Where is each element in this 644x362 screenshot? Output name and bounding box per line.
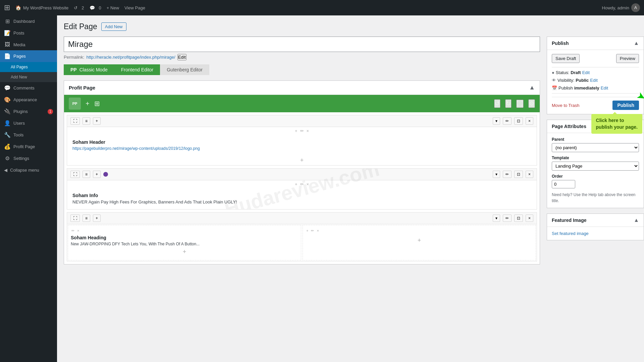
tooltip-arrow: [611, 112, 619, 116]
publish-metabox: Publish ▲ Save Draft Preview ● Statu: [547, 37, 644, 114]
sidebar-item-media[interactable]: 🖼 Media: [0, 39, 57, 50]
sidebar-item-plugins[interactable]: 🔌 Plugins 1: [0, 106, 57, 117]
edit-icon-1[interactable]: ✏: [300, 128, 304, 133]
add-new-button[interactable]: Add New: [101, 22, 126, 31]
featured-image-toggle[interactable]: ▲: [634, 217, 639, 223]
section-bottom-add-1[interactable]: +: [67, 156, 537, 165]
section-close-button-1[interactable]: ×: [526, 117, 533, 125]
section-menu-button-2[interactable]: ≡: [83, 171, 90, 178]
section-expand-button-3[interactable]: ⛶: [70, 215, 80, 222]
classic-mode-button[interactable]: PP Classic Mode: [64, 64, 114, 75]
move-to-trash-link[interactable]: Move to Trash: [552, 103, 579, 108]
delete-icon-1[interactable]: ×: [307, 128, 309, 133]
preview-button[interactable]: Preview: [616, 54, 639, 63]
delete-icon-2[interactable]: ×: [307, 182, 309, 187]
section-clone-button-2[interactable]: ⊡: [514, 171, 523, 178]
new-button[interactable]: + New: [107, 5, 119, 10]
section-clone-button-1[interactable]: ⊡: [514, 117, 523, 125]
section-menu-button-3[interactable]: ≡: [83, 215, 90, 222]
builder-redo-button[interactable]: ↻: [505, 99, 512, 108]
section-expand-button-2[interactable]: ⛶: [70, 171, 80, 178]
order-input[interactable]: [552, 180, 575, 188]
set-featured-image-link[interactable]: Set featured image: [552, 231, 589, 236]
publish-box-title: Publish: [552, 41, 569, 46]
section-edit-button-2[interactable]: ✏: [503, 171, 512, 178]
col-add-button-left[interactable]: +: [71, 246, 298, 257]
section-add-button-2[interactable]: +: [93, 171, 101, 178]
page-attributes-body: Parent (no parent) Template Default Temp…: [547, 133, 644, 208]
section-close-button-2[interactable]: ×: [526, 171, 533, 178]
post-title-input[interactable]: [64, 37, 540, 52]
publish-time-edit-link[interactable]: Edit: [601, 85, 608, 90]
add-icon-1[interactable]: +: [295, 128, 298, 133]
sidebar-item-settings[interactable]: ⚙ Settings: [0, 153, 57, 164]
add-icon-2[interactable]: +: [295, 182, 298, 187]
permalink-url[interactable]: http://heracle.net/profitpage/index.php/…: [86, 55, 175, 60]
col-add-button-right[interactable]: +: [306, 235, 533, 246]
site-name[interactable]: 🏠 My WordPress Website: [15, 5, 68, 10]
status-edit-link[interactable]: Edit: [582, 70, 590, 75]
frontend-editor-button[interactable]: Frontend Editor: [114, 64, 160, 75]
view-page-link[interactable]: View Page: [124, 5, 145, 10]
wp-logo-icon[interactable]: ⊞: [4, 3, 10, 12]
builder-undo-button[interactable]: ↺: [494, 99, 500, 108]
section-add-button-3[interactable]: +: [93, 215, 101, 222]
builder-settings-button[interactable]: ⚙: [528, 99, 535, 108]
featured-image-title: Featured Image: [552, 218, 586, 223]
section-add-button-1[interactable]: +: [93, 117, 101, 125]
page-title: Edit Page: [64, 22, 97, 31]
publish-metabox-toggle[interactable]: ▲: [634, 40, 639, 46]
section-clone-button-3[interactable]: ⊡: [514, 215, 523, 222]
section-edit-button-1[interactable]: ✏: [503, 117, 512, 125]
template-select[interactable]: Default Template Landing Page Full Width: [552, 162, 639, 171]
parent-label: Parent: [552, 137, 639, 142]
sidebar-subitem-all-pages[interactable]: All Pages: [0, 62, 57, 72]
gutenberg-editor-button[interactable]: Gutenberg Editor: [160, 64, 209, 75]
section-dropdown-button-2[interactable]: ▾: [493, 171, 500, 178]
col-add-icon-right[interactable]: +: [306, 229, 308, 233]
sidebar-item-appearance[interactable]: 🎨 Appearance: [0, 94, 57, 106]
edit-icon-2[interactable]: ✏: [300, 182, 304, 187]
order-attr-row: Order: [552, 174, 639, 188]
section-menu-button-1[interactable]: ≡: [83, 117, 90, 125]
tools-icon: 🔧: [4, 132, 11, 138]
visibility-edit-link[interactable]: Edit: [590, 78, 597, 83]
section-edit-button-3[interactable]: ✏: [503, 215, 512, 222]
section-soham-header: ⛶ ≡ + ▾ ✏ ⊡ × +: [67, 115, 537, 166]
section-expand-button-1[interactable]: ⛶: [70, 117, 80, 125]
updates-count[interactable]: ↺ 2: [74, 5, 84, 10]
permalink-edit-button[interactable]: Edit: [177, 54, 186, 60]
howdy-text: Howdy, admin A: [602, 3, 640, 12]
col-delete-icon[interactable]: ×: [77, 229, 79, 233]
comments-count[interactable]: 💬 0: [90, 5, 101, 10]
permalink-row: Permalink: http://heracle.net/profitpage…: [64, 54, 540, 60]
sidebar-item-users[interactable]: 👤 Users: [0, 117, 57, 129]
sidebar-item-pages[interactable]: 📄 Pages: [0, 50, 57, 62]
sidebar-item-profit-page[interactable]: 💰 Profit Page: [0, 141, 57, 153]
sidebar-item-dashboard[interactable]: ⊞ Dashboard: [0, 15, 57, 27]
section-heading-desc: New JAW-DROPPING DFY Tech Lets You, With…: [71, 242, 298, 246]
col-edit-icon-right[interactable]: ✏: [311, 229, 314, 233]
section-close-button-3[interactable]: ×: [526, 215, 533, 222]
publish-visibility-row: 👁 Visibility: Public Edit: [552, 78, 639, 83]
title-wrap: [64, 37, 540, 52]
publish-button[interactable]: Publish: [612, 101, 639, 110]
page-attributes-title: Page Attributes: [552, 124, 586, 129]
parent-select[interactable]: (no parent): [552, 143, 639, 152]
section-dropdown-button-3[interactable]: ▾: [493, 215, 500, 222]
pagebuilder-collapse-button[interactable]: ▲: [529, 84, 535, 91]
sidebar-item-tools[interactable]: 🔧 Tools: [0, 129, 57, 141]
collapse-menu-button[interactable]: ◀ Collapse menu: [0, 164, 57, 176]
save-draft-button[interactable]: Save Draft: [552, 54, 580, 63]
builder-add-button[interactable]: +: [86, 100, 90, 108]
section-dropdown-button-1[interactable]: ▾: [493, 117, 500, 125]
col-delete-icon-right[interactable]: ×: [317, 229, 319, 233]
sidebar-item-posts[interactable]: 📝 Posts: [0, 27, 57, 39]
plugins-icon: 🔌: [4, 108, 11, 115]
sidebar-item-comments[interactable]: 💬 Comments: [0, 82, 57, 94]
builder-layout-button[interactable]: ⊞: [94, 100, 100, 108]
col-edit-icon[interactable]: ✏: [71, 229, 74, 233]
comments-icon: 💬: [4, 85, 11, 91]
builder-fullscreen-button[interactable]: ⛶: [516, 100, 524, 108]
sidebar-subitem-add-new[interactable]: Add New: [0, 72, 57, 82]
